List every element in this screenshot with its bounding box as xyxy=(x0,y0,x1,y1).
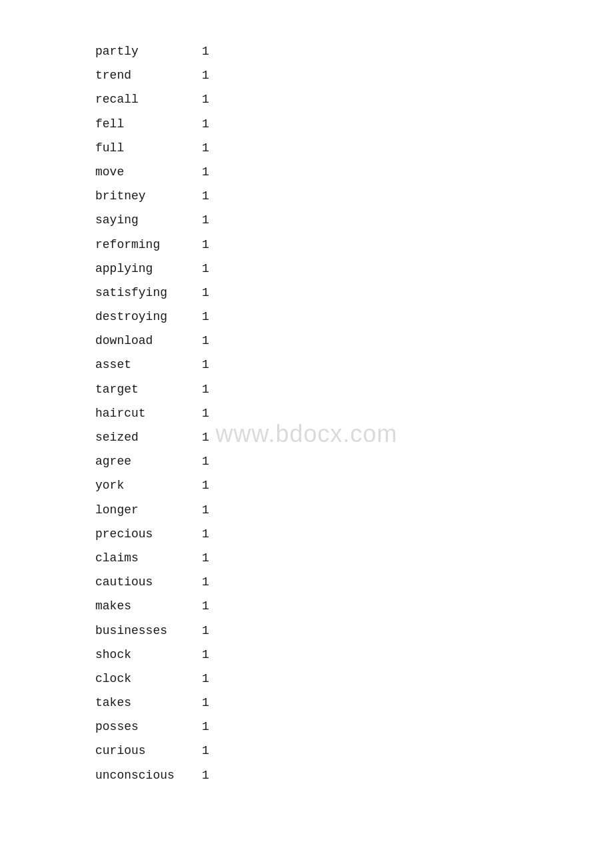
list-item: reforming1 xyxy=(95,233,613,256)
list-item: asset1 xyxy=(95,353,613,376)
word-count: 1 xyxy=(202,691,209,714)
list-item: download1 xyxy=(95,329,613,352)
word-count: 1 xyxy=(202,715,209,738)
word-list: partly1trend1recall1fell1full1move1britn… xyxy=(0,0,613,828)
word-label: move xyxy=(95,161,202,183)
list-item: clock1 xyxy=(95,667,613,690)
word-count: 1 xyxy=(202,233,209,256)
word-count: 1 xyxy=(202,281,209,304)
word-label: makes xyxy=(95,595,202,617)
list-item: makes1 xyxy=(95,595,613,617)
word-count: 1 xyxy=(202,739,209,762)
word-count: 1 xyxy=(202,547,209,569)
word-count: 1 xyxy=(202,426,209,449)
word-count: 1 xyxy=(202,305,209,328)
list-item: trend1 xyxy=(95,64,613,87)
word-count: 1 xyxy=(202,88,209,111)
word-count: 1 xyxy=(202,113,209,135)
word-label: asset xyxy=(95,353,202,376)
word-count: 1 xyxy=(202,619,209,642)
word-count: 1 xyxy=(202,450,209,473)
word-count: 1 xyxy=(202,474,209,497)
list-item: businesses1 xyxy=(95,619,613,642)
word-label: saying xyxy=(95,209,202,231)
list-item: recall1 xyxy=(95,88,613,111)
word-count: 1 xyxy=(202,667,209,690)
word-label: destroying xyxy=(95,305,202,328)
list-item: claims1 xyxy=(95,547,613,569)
word-count: 1 xyxy=(202,764,209,787)
word-label: shock xyxy=(95,643,202,666)
word-label: posses xyxy=(95,715,202,738)
word-label: full xyxy=(95,137,202,159)
word-count: 1 xyxy=(202,64,209,87)
word-label: cautious xyxy=(95,571,202,593)
word-count: 1 xyxy=(202,209,209,231)
word-label: curious xyxy=(95,739,202,762)
word-count: 1 xyxy=(202,329,209,352)
word-label: york xyxy=(95,474,202,497)
word-label: agree xyxy=(95,450,202,473)
word-label: applying xyxy=(95,257,202,280)
word-label: takes xyxy=(95,691,202,714)
word-count: 1 xyxy=(202,643,209,666)
list-item: target1 xyxy=(95,378,613,401)
word-count: 1 xyxy=(202,595,209,617)
list-item: shock1 xyxy=(95,643,613,666)
list-item: curious1 xyxy=(95,739,613,762)
list-item: posses1 xyxy=(95,715,613,738)
word-label: claims xyxy=(95,547,202,569)
word-label: businesses xyxy=(95,619,202,642)
list-item: precious1 xyxy=(95,523,613,545)
word-label: unconscious xyxy=(95,764,202,787)
word-label: britney xyxy=(95,185,202,207)
list-item: seized1 xyxy=(95,426,613,449)
word-count: 1 xyxy=(202,40,209,63)
word-label: partly xyxy=(95,40,202,63)
list-item: fell1 xyxy=(95,113,613,135)
list-item: partly1 xyxy=(95,40,613,63)
list-item: saying1 xyxy=(95,209,613,231)
list-item: agree1 xyxy=(95,450,613,473)
word-label: trend xyxy=(95,64,202,87)
word-label: satisfying xyxy=(95,281,202,304)
list-item: move1 xyxy=(95,161,613,183)
word-count: 1 xyxy=(202,571,209,593)
word-label: target xyxy=(95,378,202,401)
word-label: clock xyxy=(95,667,202,690)
list-item: unconscious1 xyxy=(95,764,613,787)
word-count: 1 xyxy=(202,402,209,425)
word-label: longer xyxy=(95,499,202,521)
list-item: destroying1 xyxy=(95,305,613,328)
word-count: 1 xyxy=(202,137,209,159)
list-item: britney1 xyxy=(95,185,613,207)
list-item: longer1 xyxy=(95,499,613,521)
word-label: haircut xyxy=(95,402,202,425)
word-count: 1 xyxy=(202,185,209,207)
list-item: full1 xyxy=(95,137,613,159)
word-label: seized xyxy=(95,426,202,449)
word-count: 1 xyxy=(202,523,209,545)
list-item: applying1 xyxy=(95,257,613,280)
word-count: 1 xyxy=(202,257,209,280)
list-item: york1 xyxy=(95,474,613,497)
word-label: recall xyxy=(95,88,202,111)
word-label: fell xyxy=(95,113,202,135)
word-label: reforming xyxy=(95,233,202,256)
list-item: haircut1 xyxy=(95,402,613,425)
word-count: 1 xyxy=(202,499,209,521)
list-item: satisfying1 xyxy=(95,281,613,304)
word-label: precious xyxy=(95,523,202,545)
word-count: 1 xyxy=(202,161,209,183)
list-item: cautious1 xyxy=(95,571,613,593)
word-count: 1 xyxy=(202,353,209,376)
word-label: download xyxy=(95,329,202,352)
word-count: 1 xyxy=(202,378,209,401)
list-item: takes1 xyxy=(95,691,613,714)
